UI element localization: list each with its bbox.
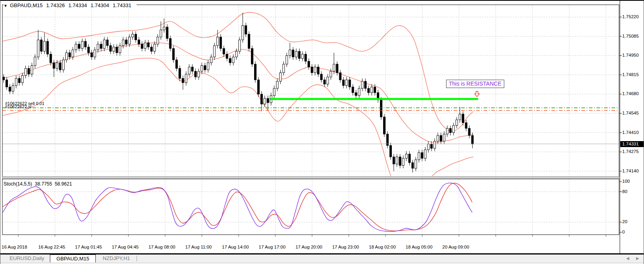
candle-body — [34, 57, 36, 66]
candle-body — [207, 63, 209, 70]
candle-body — [383, 117, 385, 134]
candle-body — [194, 71, 196, 77]
candle-body — [125, 40, 127, 44]
chart-canvas[interactable] — [0, 1, 644, 264]
time-axis-label: 17 Aug 17:00 — [259, 245, 286, 249]
candle-body — [21, 76, 23, 83]
candle-body — [75, 44, 77, 50]
candle-body — [251, 48, 253, 64]
current-price-badge: 1.74331 — [620, 141, 644, 147]
candle-body — [147, 43, 149, 47]
candle-body — [129, 37, 131, 44]
resistance-annotation[interactable]: This is RESISTANCE — [446, 80, 504, 88]
candle-body — [68, 53, 70, 57]
candle-body — [135, 34, 137, 40]
stoch-pane-border — [2, 179, 619, 235]
tab-scroll-left-icon[interactable]: ◀ — [626, 256, 629, 261]
candle-body — [53, 63, 55, 68]
candle-body — [289, 50, 291, 55]
time-axis-label: 17 Aug 20:00 — [295, 245, 322, 249]
candle-body — [78, 44, 80, 48]
candle-body — [415, 160, 417, 168]
symbol-dropdown-icon[interactable]: ▼ — [4, 4, 8, 8]
candle-body — [166, 27, 168, 38]
candle-body — [279, 73, 281, 81]
pane-divider[interactable] — [2, 177, 619, 179]
time-axis-label: 17 Aug 08:00 — [148, 245, 175, 249]
time-axis-label: 18 Aug 02:00 — [369, 245, 396, 249]
candle-body — [131, 34, 133, 37]
main-pane-border — [2, 5, 619, 177]
price-axis-label: 1.75220 — [622, 14, 644, 19]
candle-body — [257, 80, 259, 94]
candle-body — [63, 60, 65, 70]
stochastic-main-line — [2, 183, 472, 231]
stop-line-label[interactable]: #10622622 sl — [5, 104, 31, 109]
tab-nzdjpy-h1[interactable]: NZDJPY,H1 — [100, 254, 133, 262]
time-axis-label: 18 Aug 05:00 — [406, 245, 433, 249]
candle-body — [264, 98, 266, 104]
candle-body — [431, 144, 433, 148]
status-bar — [0, 262, 644, 264]
candle-body — [182, 78, 184, 83]
price-axis-label: 1.74545 — [622, 111, 644, 115]
candle-body — [323, 80, 325, 84]
tab-gbpaud-m15[interactable]: GBPAUD,M15 — [50, 254, 96, 262]
price-axis-label: 1.74410 — [622, 130, 644, 135]
candle-body — [446, 128, 448, 134]
candle-body — [50, 54, 52, 63]
candle-body — [163, 27, 165, 30]
candle-body — [358, 88, 360, 96]
stochastic-name: Stoch(14,5,5) — [4, 181, 32, 187]
candle-body — [217, 37, 218, 46]
time-axis-label: 17 Aug 11:00 — [185, 245, 212, 249]
down-arrow-icon[interactable] — [474, 91, 480, 99]
candle-body — [393, 157, 395, 164]
candle-body — [226, 54, 228, 59]
candle-body — [72, 50, 74, 57]
candle-body — [368, 88, 370, 93]
candle-body — [28, 69, 30, 74]
candle-body — [66, 53, 68, 60]
candle-body — [185, 74, 187, 83]
tab-eurusd-daily[interactable]: EURUSD,Daily — [8, 254, 46, 262]
price-axis-label: 1.74140 — [622, 168, 644, 173]
candle-body — [176, 60, 178, 69]
candle-body — [305, 54, 307, 61]
candle-body — [91, 53, 93, 57]
candle-body — [84, 41, 86, 47]
candle-body — [399, 157, 401, 166]
candle-body — [308, 61, 310, 67]
time-axis-label: 17 Aug 04:45 — [112, 245, 139, 249]
candle-body — [31, 65, 33, 74]
candle-body — [333, 64, 335, 71]
candle-body — [141, 44, 143, 48]
stoch-axis-label: 0 — [622, 230, 644, 234]
candle-body — [465, 122, 467, 128]
candle-body — [103, 40, 105, 49]
price-axis-label: 1.74275 — [622, 149, 644, 154]
chart-header: ▼GBPAUD,M151.743261.743341.743041.74331 — [4, 2, 137, 8]
candle-body — [339, 73, 341, 80]
candle-body — [292, 50, 294, 57]
candle-body — [396, 157, 398, 164]
candle-body — [59, 63, 61, 70]
candle-body — [298, 51, 300, 58]
candle-body — [456, 120, 458, 125]
candle-body — [286, 55, 288, 64]
stochastic-signal-value: 58.9621 — [55, 181, 72, 187]
mt4-chart-window: ▼GBPAUD,M151.743261.743341.743041.74331 … — [0, 0, 644, 264]
candle-body — [40, 40, 42, 52]
candle-body — [87, 47, 89, 53]
bollinger-middle-band — [2, 43, 473, 143]
candle-body — [402, 158, 404, 165]
candle-body — [443, 134, 445, 141]
candle-body — [154, 44, 156, 51]
candle-body — [229, 58, 231, 63]
ohlc-low: 1.74304 — [91, 2, 109, 8]
price-axis-label: 1.74950 — [622, 53, 644, 57]
candle-body — [389, 145, 391, 157]
tab-scroll-right-icon[interactable]: ▶ — [636, 256, 639, 261]
chart-tab-bar: EURUSD,Daily GBPAUD,M15 NZDJPY,H1 ◀ ▶ — [0, 254, 644, 262]
candle-body — [100, 44, 102, 48]
